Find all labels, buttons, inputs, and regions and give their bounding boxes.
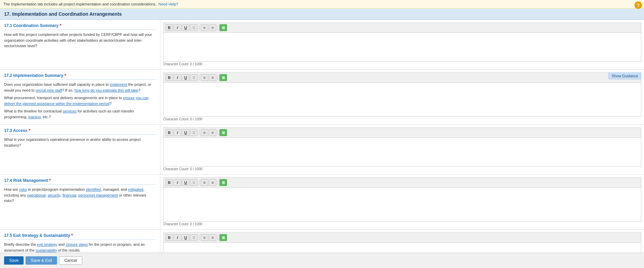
editor-17-2-toolbar: B I U S ≡ ≡ ⊞ xyxy=(163,72,641,82)
char-count-17-1: Character Count: 0 / 1000 xyxy=(163,62,641,67)
editor-17-1-content[interactable] xyxy=(163,32,641,62)
section-17-3: 17.3 Access * What is your organization'… xyxy=(0,125,644,175)
unordered-list-btn-1[interactable]: ≡ xyxy=(201,24,208,31)
bottom-bar: Save Save & Exit Cancel xyxy=(0,253,644,268)
cancel-button[interactable]: Cancel xyxy=(59,256,82,265)
unordered-list-btn-2[interactable]: ≡ xyxy=(201,74,208,81)
char-count-17-4: Character Count: 0 / 1000 xyxy=(163,222,641,227)
italic-btn-3[interactable]: I xyxy=(174,129,181,136)
bold-btn-2[interactable]: B xyxy=(166,74,173,81)
section-17-2: 17.2 Implementation Summary * Does your … xyxy=(0,70,644,125)
need-help-link[interactable]: Need Help? xyxy=(158,2,178,6)
editor-17-3-toolbar: B I U S ≡ ≡ ⊞ xyxy=(163,128,641,137)
table-btn-1[interactable]: ⊞ xyxy=(219,24,227,31)
section-17-2-desc-2: What procurement, transport and delivery… xyxy=(4,95,156,106)
underline-btn-3[interactable]: U xyxy=(182,129,189,136)
editor-17-4-content[interactable] xyxy=(163,187,641,222)
help-icon[interactable]: ? xyxy=(634,1,642,9)
editor-17-3-content[interactable] xyxy=(163,137,641,166)
ordered-list-btn-2[interactable]: ≡ xyxy=(209,74,216,81)
table-btn-3[interactable]: ⊞ xyxy=(219,129,227,136)
underline-btn-4[interactable]: U xyxy=(182,179,189,186)
underline-btn-2[interactable]: U xyxy=(182,74,189,81)
ordered-list-btn-5[interactable]: ≡ xyxy=(209,234,216,241)
unordered-list-btn-5[interactable]: ≡ xyxy=(201,234,208,241)
ordered-list-btn-1[interactable]: ≡ xyxy=(209,24,216,31)
bold-btn-4[interactable]: B xyxy=(166,179,173,186)
section-17-1: 17.1 Coordination Summary * How will thi… xyxy=(0,20,644,70)
strikethrough-btn-3[interactable]: S xyxy=(190,129,198,136)
section-17-4: 17.4 Risk Management * How are risks to … xyxy=(0,175,644,230)
strikethrough-btn-1[interactable]: S xyxy=(190,24,198,31)
banner-text: The Implementation tab includes all proj… xyxy=(3,2,156,6)
section-17-2-desc-1: Does your organization have sufficient s… xyxy=(4,82,156,93)
italic-btn-5[interactable]: I xyxy=(174,234,181,241)
editor-17-4-toolbar: B I U S ≡ ≡ ⊞ xyxy=(163,177,641,187)
save-button[interactable]: Save xyxy=(4,256,24,265)
ordered-list-btn-3[interactable]: ≡ xyxy=(209,129,216,136)
section-17-4-description: How are risks to project/program impleme… xyxy=(4,187,156,204)
char-count-17-2: Character Count: 0 / 1000 xyxy=(163,117,641,122)
save-exit-button[interactable]: Save & Exit xyxy=(26,256,57,265)
table-btn-5[interactable]: ⊞ xyxy=(219,234,227,241)
strikethrough-btn-5[interactable]: S xyxy=(190,234,198,241)
italic-btn-4[interactable]: I xyxy=(174,179,181,186)
section-17-2-label: 17.2 Implementation Summary * xyxy=(4,73,156,80)
ordered-list-btn-4[interactable]: ≡ xyxy=(209,179,216,186)
italic-btn-2[interactable]: I xyxy=(174,74,181,81)
bold-btn-5[interactable]: B xyxy=(166,234,173,241)
char-count-17-3: Character Count: 0 / 1000 xyxy=(163,166,641,172)
show-guidance-btn[interactable]: Show Guidance xyxy=(609,72,641,79)
editor-17-5-toolbar: B I U S ≡ ≡ ⊞ xyxy=(163,232,641,242)
section-17-1-description: How will this project complement other p… xyxy=(4,32,156,49)
editor-17-2-content[interactable] xyxy=(163,82,641,117)
unordered-list-btn-3[interactable]: ≡ xyxy=(201,129,208,136)
underline-btn-1[interactable]: U xyxy=(182,24,189,31)
section-header: 17. Implementation and Coordination Arra… xyxy=(0,9,644,20)
top-banner: The Implementation tab includes all proj… xyxy=(0,0,644,9)
section-17-5-label: 17.5 Exit Strategy & Sustainability * xyxy=(4,233,156,240)
section-17-3-description: What is your organization's operational … xyxy=(4,137,156,148)
section-17-2-desc-3: What is the timeline for contractual ser… xyxy=(4,108,156,120)
section-17-5-description: Briefly describe the exit strategy and c… xyxy=(4,242,156,253)
section-17-4-label: 17.4 Risk Management * xyxy=(4,178,156,185)
strikethrough-btn-4[interactable]: S xyxy=(190,179,198,186)
strikethrough-btn-2[interactable]: S xyxy=(190,74,198,81)
table-btn-2[interactable]: ⊞ xyxy=(219,74,227,81)
table-btn-4[interactable]: ⊞ xyxy=(219,179,227,186)
underline-btn-5[interactable]: U xyxy=(182,234,189,241)
bold-btn-1[interactable]: B xyxy=(166,24,173,31)
bold-btn-3[interactable]: B xyxy=(166,129,173,136)
unordered-list-btn-4[interactable]: ≡ xyxy=(201,179,208,186)
section-17-1-label: 17.1 Coordination Summary * xyxy=(4,23,156,30)
italic-btn-1[interactable]: I xyxy=(174,24,181,31)
editor-17-1-toolbar: B I U S ≡ ≡ ⊞ xyxy=(163,23,641,32)
section-17-3-label: 17.3 Access * xyxy=(4,128,156,135)
